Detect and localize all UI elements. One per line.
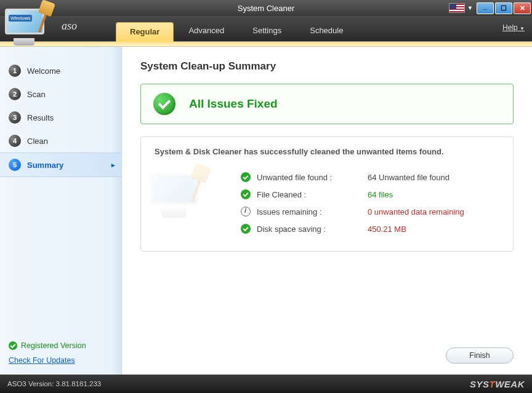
page-title: System Clean-up Summary bbox=[140, 60, 514, 73]
sidebar-step-label: Scan bbox=[27, 90, 46, 99]
app-logo-icon: Windows bbox=[4, 5, 55, 48]
check-icon bbox=[241, 172, 251, 182]
version-label: ASO3 Version: 3.81.8181.233 bbox=[7, 380, 101, 387]
sidebar-step-results[interactable]: 3Results bbox=[0, 106, 121, 129]
check-icon bbox=[241, 224, 251, 234]
check-icon bbox=[9, 341, 17, 350]
tab-schedule[interactable]: Schedule bbox=[296, 22, 357, 41]
language-dropdown-icon[interactable]: ▼ bbox=[467, 5, 473, 11]
sidebar-step-label: Welcome bbox=[27, 66, 60, 76]
success-text: All Issues Fixed bbox=[189, 97, 278, 111]
brand-label: aso bbox=[62, 20, 77, 33]
details-box: System & Disk Cleaner has successfully c… bbox=[140, 137, 514, 252]
details-title: System & Disk Cleaner has successfully c… bbox=[155, 147, 499, 156]
sidebar: 1Welcome 2Scan 3Results 4Clean 5Summary … bbox=[0, 47, 122, 375]
sidebar-step-label: Results bbox=[27, 113, 54, 122]
stat-row-disk: Disk space saving : 450.21 MB bbox=[241, 220, 499, 237]
check-icon bbox=[241, 189, 251, 199]
stat-row-remaining: Issues remaining : 0 unwanted data remai… bbox=[241, 203, 499, 220]
watermark-logo-icon bbox=[155, 173, 228, 235]
language-flag-icon[interactable] bbox=[449, 3, 465, 13]
stat-row-found: Unwanted file found : 64 Unwanted file f… bbox=[241, 169, 499, 186]
minimize-button[interactable]: _ bbox=[477, 2, 494, 14]
tab-regular[interactable]: Regular bbox=[116, 22, 174, 42]
tab-bar: Windows aso Regular Advanced Settings Sc… bbox=[0, 16, 532, 42]
titlebar: System Cleaner ▼ _ ☐ ✕ bbox=[0, 0, 532, 16]
stat-row-cleaned: File Cleaned : 64 files bbox=[241, 186, 499, 203]
tab-settings[interactable]: Settings bbox=[239, 22, 295, 41]
finish-button[interactable]: Finish bbox=[446, 347, 514, 363]
registered-status: Registered Version bbox=[9, 341, 113, 350]
close-button[interactable]: ✕ bbox=[514, 2, 531, 14]
accent-strip bbox=[0, 42, 532, 47]
success-banner: All Issues Fixed bbox=[140, 84, 514, 124]
sidebar-step-summary[interactable]: 5Summary bbox=[0, 153, 121, 177]
stats-list: Unwanted file found : 64 Unwanted file f… bbox=[241, 169, 499, 237]
vendor-logo: SYSTWEAK bbox=[470, 379, 525, 389]
tab-advanced[interactable]: Advanced bbox=[175, 22, 238, 41]
maximize-button[interactable]: ☐ bbox=[495, 2, 512, 14]
check-updates-link[interactable]: Check For Updates bbox=[9, 356, 113, 365]
sidebar-step-label: Clean bbox=[27, 137, 48, 146]
sidebar-step-clean[interactable]: 4Clean bbox=[0, 129, 121, 153]
success-check-icon bbox=[153, 93, 175, 115]
info-icon bbox=[241, 207, 251, 216]
chevron-down-icon: ▼ bbox=[520, 26, 525, 31]
status-bar: ASO3 Version: 3.81.8181.233 SYSTWEAK bbox=[0, 375, 532, 393]
sidebar-step-welcome[interactable]: 1Welcome bbox=[0, 59, 121, 82]
sidebar-step-label: Summary bbox=[27, 161, 63, 170]
main-panel: System Clean-up Summary All Issues Fixed… bbox=[122, 47, 532, 375]
sidebar-step-scan[interactable]: 2Scan bbox=[0, 82, 121, 106]
help-link[interactable]: Help ▼ bbox=[502, 23, 525, 32]
window-title: System Cleaner bbox=[238, 4, 294, 13]
